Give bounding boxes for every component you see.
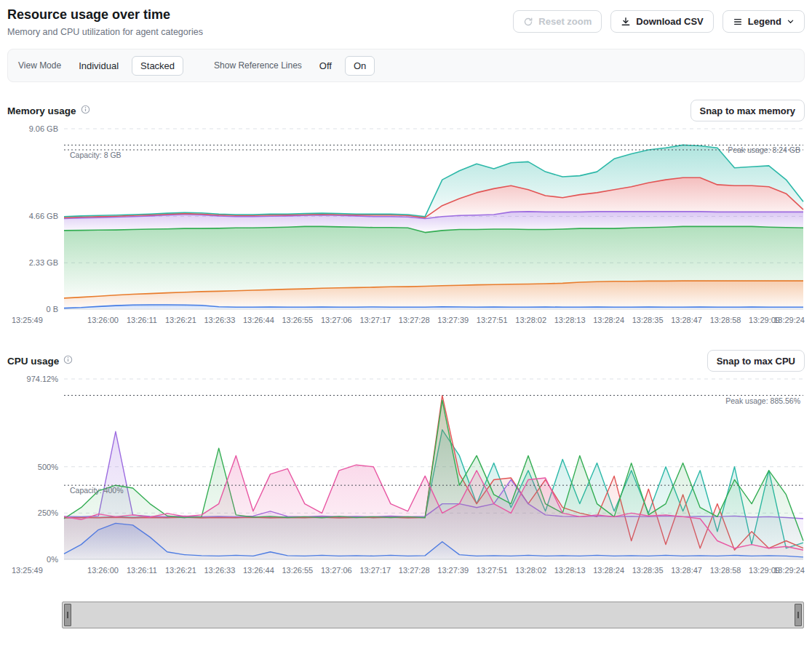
download-icon bbox=[621, 17, 631, 27]
info-icon[interactable] bbox=[63, 355, 73, 367]
page-header: Resource usage over time Memory and CPU … bbox=[7, 7, 805, 37]
x-axis-tick-label: 13:27:06 bbox=[321, 566, 352, 575]
x-axis-tick-label: 13:28:35 bbox=[632, 316, 664, 324]
y-axis-tick-label: 2.33 GB bbox=[29, 258, 58, 267]
list-icon bbox=[733, 17, 743, 27]
cpu-section-title: CPU usage bbox=[7, 355, 73, 367]
header-actions: Reset zoom Download CSV Legend bbox=[513, 10, 805, 33]
view-mode-stacked-option[interactable]: Stacked bbox=[132, 56, 183, 76]
x-axis-tick-label: 13:26:21 bbox=[165, 316, 196, 324]
x-axis-tick-label: 13:29:24 bbox=[773, 566, 805, 575]
y-axis-tick-label: 974.12% bbox=[27, 375, 59, 383]
x-axis-tick-label: 13:28:47 bbox=[671, 316, 702, 324]
view-mode-individual-option[interactable]: Individual bbox=[70, 56, 127, 76]
show-reference-lines-label: Show Reference Lines bbox=[214, 60, 302, 71]
refresh-icon bbox=[523, 17, 533, 27]
x-axis-tick-label: 13:27:39 bbox=[437, 316, 469, 324]
x-axis-tick-label: 13:27:17 bbox=[359, 566, 391, 575]
y-axis-tick-label: 0 B bbox=[46, 305, 58, 313]
x-axis-tick-label: 13:28:35 bbox=[632, 566, 664, 575]
x-axis-tick-label: 13:28:47 bbox=[671, 566, 702, 575]
page-title: Resource usage over time bbox=[7, 7, 203, 23]
y-axis-tick-label: 0% bbox=[47, 555, 58, 564]
x-axis-tick-label: 13:27:39 bbox=[437, 566, 469, 575]
x-axis-tick-label: 13:28:24 bbox=[593, 316, 624, 324]
reference-lines-on-option[interactable]: On bbox=[345, 56, 375, 76]
x-axis-tick-label: 13:28:24 bbox=[593, 566, 624, 575]
cpu-title-text: CPU usage bbox=[7, 356, 59, 367]
x-axis-tick-label: 13:29:24 bbox=[773, 316, 805, 324]
x-axis-tick-label: 13:27:06 bbox=[321, 316, 352, 324]
x-axis-tick-label: 13:28:58 bbox=[710, 566, 741, 575]
cpu-section-header: CPU usage Snap to max CPU bbox=[7, 350, 805, 372]
memory-section-header: Memory usage Snap to max memory bbox=[7, 100, 805, 121]
reference-line-label: Peak usage: 8.24 GB bbox=[728, 145, 800, 154]
memory-chart[interactable]: 9.06 GB4.66 GB2.33 GB0 B13:25:4913:26:00… bbox=[7, 123, 805, 332]
reference-line-label: Capacity: 8 GB bbox=[70, 151, 122, 159]
snap-to-max-memory-button[interactable]: Snap to max memory bbox=[690, 100, 805, 121]
x-axis-tick-label: 13:26:33 bbox=[204, 566, 235, 575]
x-axis-tick-label: 13:28:58 bbox=[710, 316, 741, 324]
x-axis-tick-label: 13:25:49 bbox=[12, 316, 43, 324]
x-axis-tick-label: 13:26:11 bbox=[127, 566, 157, 575]
time-range-brush[interactable] bbox=[62, 602, 804, 628]
cpu-chart[interactable]: 974.12%500%250%0%13:25:4913:26:0013:26:1… bbox=[7, 373, 805, 583]
x-axis-tick-label: 13:26:44 bbox=[243, 566, 274, 575]
memory-section-title: Memory usage bbox=[7, 105, 90, 116]
memory-title-text: Memory usage bbox=[7, 105, 76, 116]
y-axis-tick-label: 4.66 GB bbox=[29, 212, 58, 220]
x-axis-tick-label: 13:26:21 bbox=[165, 566, 196, 575]
brush-handle-right[interactable] bbox=[795, 604, 802, 626]
info-icon[interactable] bbox=[81, 105, 90, 116]
x-axis-tick-label: 13:27:28 bbox=[399, 566, 430, 575]
x-axis-tick-label: 13:26:00 bbox=[87, 316, 119, 324]
y-axis-tick-label: 500% bbox=[38, 463, 58, 471]
x-axis-tick-label: 13:26:55 bbox=[282, 316, 313, 324]
download-csv-button[interactable]: Download CSV bbox=[610, 10, 713, 33]
x-axis-tick-label: 13:28:13 bbox=[554, 316, 586, 324]
download-csv-label: Download CSV bbox=[636, 16, 703, 27]
cpu-section: CPU usage Snap to max CPU 974.12%500%250… bbox=[7, 350, 805, 583]
x-axis-tick-label: 13:26:44 bbox=[243, 316, 274, 324]
x-axis-tick-label: 13:26:33 bbox=[204, 316, 235, 324]
reference-line-label: Capacity: 400% bbox=[70, 486, 124, 495]
memory-section: Memory usage Snap to max memory 9.06 GB4… bbox=[7, 100, 805, 332]
page-subtitle: Memory and CPU utilization for agent cat… bbox=[7, 27, 203, 37]
x-axis-tick-label: 13:28:02 bbox=[515, 566, 546, 575]
reset-zoom-label: Reset zoom bbox=[538, 16, 592, 27]
x-axis-tick-label: 13:26:11 bbox=[127, 316, 157, 324]
x-axis-tick-label: 13:26:55 bbox=[282, 566, 313, 575]
x-axis-tick-label: 13:27:17 bbox=[359, 316, 391, 324]
reset-zoom-button[interactable]: Reset zoom bbox=[513, 10, 602, 33]
legend-label: Legend bbox=[748, 16, 781, 27]
header-titles: Resource usage over time Memory and CPU … bbox=[7, 7, 203, 37]
x-axis-tick-label: 13:27:51 bbox=[477, 566, 508, 575]
legend-button[interactable]: Legend bbox=[723, 10, 805, 33]
x-axis-tick-label: 13:28:02 bbox=[515, 316, 546, 324]
chevron-down-icon bbox=[787, 17, 795, 25]
view-mode-label: View Mode bbox=[18, 60, 61, 71]
y-axis-tick-label: 9.06 GB bbox=[29, 124, 58, 133]
view-options-toolbar: View Mode Individual Stacked Show Refere… bbox=[7, 49, 805, 82]
x-axis-tick-label: 13:28:13 bbox=[554, 566, 586, 575]
dashboard-page: Resource usage over time Memory and CPU … bbox=[0, 0, 812, 659]
x-axis-tick-label: 13:27:28 bbox=[399, 316, 430, 324]
y-axis-tick-label: 250% bbox=[38, 508, 58, 517]
x-axis-tick-label: 13:26:00 bbox=[87, 566, 119, 575]
reference-lines-off-option[interactable]: Off bbox=[311, 56, 341, 76]
reference-line-label: Peak usage: 885.56% bbox=[725, 396, 800, 405]
x-axis-tick-label: 13:25:49 bbox=[12, 566, 43, 575]
brush-handle-left[interactable] bbox=[64, 604, 71, 626]
snap-to-max-cpu-button[interactable]: Snap to max CPU bbox=[707, 350, 805, 372]
x-axis-tick-label: 13:27:51 bbox=[477, 316, 508, 324]
